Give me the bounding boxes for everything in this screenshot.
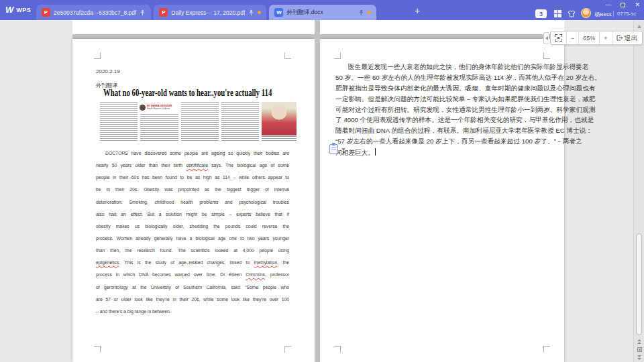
maximize-button[interactable] <box>621 3 625 7</box>
toolbar-collapse-handle[interactable] <box>543 32 549 44</box>
zoom-toolbar: − 65% + 退出 <box>550 31 643 45</box>
margin-mark-icon <box>334 346 341 353</box>
margin-mark-icon <box>284 346 291 353</box>
margin-mark-icon <box>543 346 550 353</box>
article-headline: What no 60-year-old wants to hear..you'r… <box>103 87 272 99</box>
misspelled-word: Crimmins <box>246 272 265 277</box>
tab-3-active[interactable]: W外刊翻译.docx <box>269 5 376 20</box>
text-cursor <box>375 148 376 156</box>
text-segment: . This is the study of age–related chang… <box>119 260 254 265</box>
newspaper-clipping-image: BY HANNA GEISSLER Health Reporter, in Au… <box>100 102 297 141</box>
next-page-button[interactable] <box>637 355 642 360</box>
english-line: process. Women already generally have a … <box>96 236 289 248</box>
unsaved-dot <box>258 11 261 14</box>
tab-title: Daily Express··· 17, 2020.pdf <box>171 9 245 16</box>
chinese-line: 一定影响。但是解决问题的方法可能比较简单－专家认为如果肥胖使我们生理性衰老，减肥 <box>335 95 562 106</box>
chinese-line: 50 岁。一些 60 岁左右的人的生理年龄被发现实际高达 114 岁，而其他人似… <box>335 74 562 84</box>
zoom-out-button[interactable]: − <box>567 32 579 44</box>
user-divider <box>613 11 614 17</box>
text-segment: obesity makes us biologically older, she… <box>96 224 289 229</box>
pdf-file-icon: P <box>159 8 168 17</box>
text-segment: says. The biological age of some <box>208 163 289 168</box>
message-count-badge[interactable]: 3 <box>535 9 547 18</box>
chinese-line: 了 4000 个使用表观遗传学的样本。这是一个年龄相关变化的研究，与甲基化作用，… <box>335 116 562 127</box>
margin-mark-icon <box>543 52 550 59</box>
apps-grid-icon[interactable] <box>554 10 561 17</box>
vertical-scrollbar[interactable] <box>633 20 644 362</box>
fit-screen-icon <box>555 34 562 42</box>
title-bar: W WPS P2e50037af2cda···6330bc7_8.pdfPDai… <box>0 0 644 20</box>
wps-logo[interactable]: W WPS <box>5 5 31 15</box>
english-line: DOCTORS have discovered some people are … <box>96 151 289 163</box>
text-segment: – and there's a big range in between. <box>96 309 171 314</box>
text-segment: people in their 60s has been found to be… <box>96 175 289 180</box>
english-line: epigenetics. This is the study of age–re… <box>96 260 289 272</box>
text-segment: nearly 50 years older than their birth <box>96 163 186 168</box>
margin-mark-icon <box>284 52 291 59</box>
english-line: also had an effect. But a solution might… <box>96 212 289 224</box>
exit-fullscreen-button[interactable]: 退出 <box>612 32 642 44</box>
chinese-line: “57 岁左右的一些人看起来像是 20 岁上下，而另一些看起来超过 100 岁了… <box>335 137 562 148</box>
text-segment: than men, the research found. The scient… <box>96 248 289 253</box>
page-right[interactable]: 医生最近发现一些人衰老的如此之快，他们的身体年龄比他们的实际年龄显示得要老50 … <box>320 39 564 362</box>
clipping-photo <box>262 102 297 141</box>
scrollbar-thumb[interactable] <box>636 233 642 335</box>
skin-theme-icon[interactable] <box>568 10 576 17</box>
english-line: are 57 or older look like they're in the… <box>96 297 289 309</box>
zoom-in-button[interactable]: + <box>600 32 612 44</box>
misspelled-word: epigenetics <box>96 260 119 265</box>
english-line: process in which DNA becomes warped over… <box>96 272 289 284</box>
english-line: be in their 20s. Obesity was pinpointed … <box>96 187 289 199</box>
text-segment: , the <box>277 260 289 265</box>
previous-page-bottom-right <box>320 20 564 34</box>
select-browse-object-button[interactable] <box>637 347 642 352</box>
document-workspace: 2020.2.19 外刊翻译 What no 60-year-old wants… <box>0 20 644 362</box>
page-left[interactable]: 2020.2.19 外刊翻译 What no 60-year-old wants… <box>72 39 315 362</box>
english-line: of gerontology at the University of Sout… <box>96 285 289 297</box>
page-gap-vertical <box>315 20 320 362</box>
clipping-text-column <box>221 102 259 141</box>
reporter-avatar <box>140 105 146 111</box>
wps-w-icon: W <box>5 5 13 15</box>
zoom-level[interactable]: 65% <box>579 32 600 44</box>
chinese-line: 肥胖被指出是导致身体内部老化的最大诱因。吸烟、童年时期的健康问题以及心理问题也有 <box>335 84 562 95</box>
minimize-button[interactable]: — <box>605 2 611 8</box>
chinese-line: 可能对这个过程有所扭转。研究发现，女性通常比男性生理年龄小一到两岁。科学家们观测 <box>335 106 562 117</box>
tab-2[interactable]: PDaily Express··· 17, 2020.pdf <box>154 5 266 20</box>
wps-brand-label: WPS <box>16 7 31 13</box>
text-segment: , professor <box>265 272 289 277</box>
margin-mark-icon <box>94 346 101 353</box>
close-button[interactable]: ✕ <box>635 2 640 8</box>
tab-1[interactable]: P2e50037af2cda···6330bc7_8.pdf <box>36 5 151 20</box>
english-body[interactable]: DOCTORS have discovered some people are … <box>96 151 289 321</box>
chinese-line: 间相差巨大。 <box>335 148 562 159</box>
document-date: 2020.2.19 <box>96 68 120 74</box>
unsaved-dot <box>368 11 371 14</box>
text-segment: process. Women already generally have a … <box>96 236 289 241</box>
exit-icon <box>616 35 623 41</box>
exit-label: 退出 <box>625 34 638 43</box>
chinese-line: 随着时间扭曲 DNA 的组合的过程，有联系。南加利福尼亚大学老年医学教授 EC … <box>335 127 562 137</box>
tab-title: 外刊翻译.docx <box>286 9 355 17</box>
text-segment: DOCTORS have discovered some people are … <box>105 151 289 156</box>
clipping-text-column <box>181 102 219 141</box>
text-segment: process in which DNA becomes warped over… <box>96 272 246 277</box>
previous-page-button[interactable] <box>637 339 642 344</box>
user-avatar[interactable] <box>581 8 591 18</box>
user-name[interactable]: 杨Bess <box>594 11 612 18</box>
pdf-file-icon: P <box>42 8 50 17</box>
english-line: people in their 60s has been found to be… <box>96 175 289 187</box>
paste-options-button[interactable] <box>329 144 347 155</box>
clipping-text-column: BY HANNA GEISSLER Health Reporter, in Au… <box>140 102 178 141</box>
tab-strip: P2e50037af2cda···6330bc7_8.pdfPDaily Exp… <box>36 5 376 20</box>
pin-icon <box>248 9 254 16</box>
english-line: obesity makes us biologically older, she… <box>96 224 289 236</box>
pin-icon <box>358 9 364 16</box>
chinese-body[interactable]: 医生最近发现一些人衰老的如此之快，他们的身体年龄比他们的实际年龄显示得要老50 … <box>335 63 562 159</box>
fit-screen-button[interactable] <box>551 32 567 44</box>
new-tab-button[interactable]: + <box>412 6 423 15</box>
scroll-up-arrow-icon[interactable] <box>637 25 641 28</box>
english-line: – and there's a big range in between. <box>96 309 289 321</box>
text-segment: are 57 or older look like they're in the… <box>96 297 289 302</box>
pin-icon <box>140 9 146 16</box>
